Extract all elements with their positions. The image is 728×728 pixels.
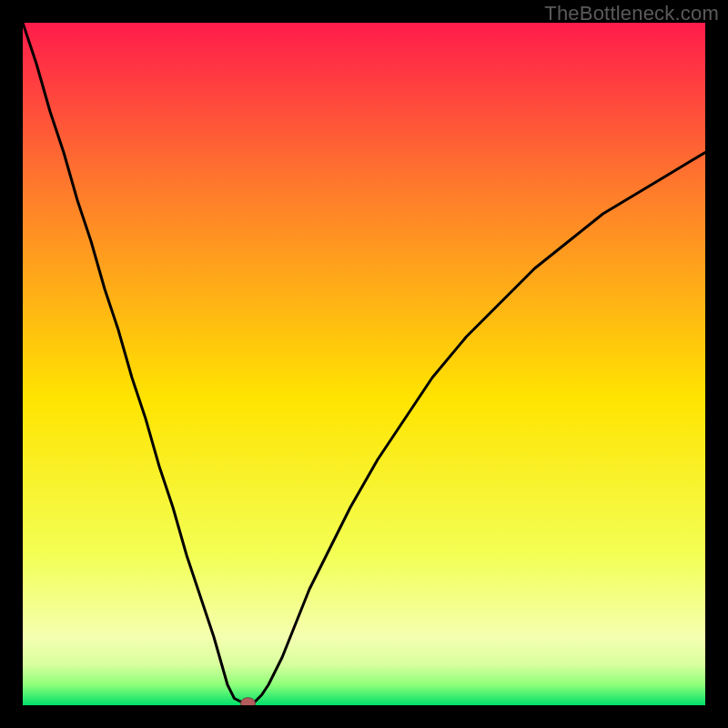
chart-frame: TheBottleneck.com (0, 0, 728, 728)
optimal-point-marker (241, 698, 256, 705)
chart-svg (23, 23, 705, 705)
gradient-background (23, 23, 705, 705)
plot-area (23, 23, 705, 705)
